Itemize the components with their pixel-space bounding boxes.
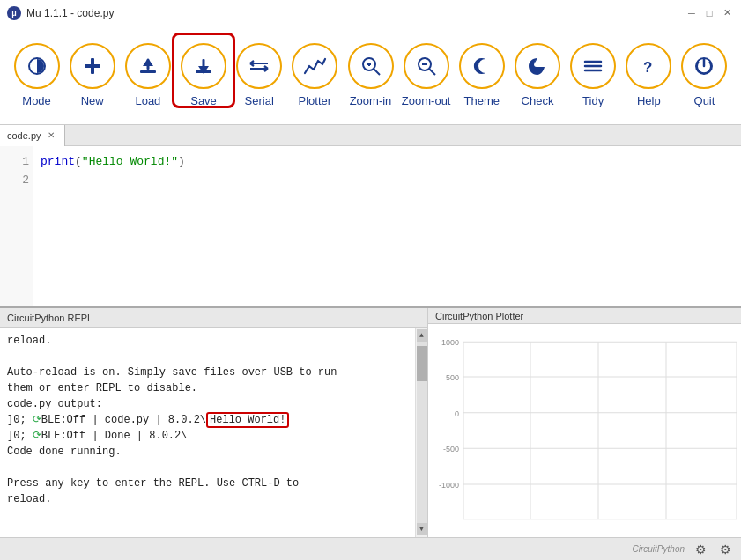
- quit-icon: [681, 43, 727, 89]
- svg-text:-500: -500: [443, 445, 459, 453]
- theme-button[interactable]: Theme: [456, 36, 508, 115]
- settings-icon[interactable]: ⚙: [716, 541, 734, 558]
- maximize-button[interactable]: □: [702, 6, 716, 20]
- help-label: Help: [637, 94, 661, 107]
- tab-label: code.py: [7, 130, 41, 141]
- bottom-panels: CircuitPython REPL reload. Auto-reload i…: [0, 308, 741, 537]
- window-title: Mu 1.1.1 - code.py: [26, 7, 685, 19]
- status-bar: CircuitPython ⚙ ⚙: [0, 537, 741, 560]
- zoom-in-icon: [348, 43, 394, 89]
- new-label: New: [81, 94, 104, 107]
- tab-bar: code.py ✕: [0, 125, 741, 146]
- plotter-content: 1000 500 0 -500 -1000: [428, 324, 741, 537]
- repl-line: reload.: [7, 491, 420, 507]
- svg-line-12: [374, 69, 380, 75]
- plotter-chart: 1000 500 0 -500 -1000: [428, 324, 741, 537]
- toolbar: Mode New Load: [0, 26, 741, 125]
- plotter-title: CircuitPython Plotter: [435, 311, 523, 321]
- repl-line: [7, 460, 420, 475]
- editor-area: 1 2 print("Hello World!"): [0, 146, 741, 308]
- repl-content[interactable]: reload. Auto-reload is on. Simply save f…: [0, 328, 427, 537]
- check-label: Check: [522, 94, 554, 107]
- serial-icon: [236, 43, 282, 89]
- zoom-in-button[interactable]: Zoom-in: [345, 36, 396, 115]
- plotter-icon: [292, 43, 337, 89]
- svg-text:-1000: -1000: [439, 481, 459, 490]
- line-number: 2: [4, 172, 29, 190]
- zoom-out-button[interactable]: Zoom-out: [400, 36, 452, 115]
- repl-line: ]0; ⟳BLE:Off | Done | 8.0.2\: [7, 428, 420, 444]
- svg-text:0: 0: [455, 409, 459, 418]
- repl-line: ]0; ⟳BLE:Off | code.py | 8.0.2\Hello Wor…: [7, 412, 420, 428]
- scroll-up-button[interactable]: ▲: [417, 329, 427, 342]
- check-button[interactable]: Check: [511, 36, 563, 115]
- zoom-in-label: Zoom-in: [350, 94, 392, 107]
- close-button[interactable]: ✕: [720, 6, 734, 20]
- tidy-icon: [570, 43, 616, 89]
- editor-content[interactable]: print("Hello World!"): [33, 146, 741, 306]
- svg-text:500: 500: [446, 373, 459, 382]
- zoom-out-label: Zoom-out: [402, 94, 451, 107]
- repl-line: Code done running.: [7, 444, 420, 460]
- repl-scrollbar[interactable]: ▲ ▼: [415, 328, 427, 537]
- line-numbers: 1 2: [0, 146, 33, 306]
- svg-marker-5: [143, 58, 153, 66]
- tab-code-py[interactable]: code.py ✕: [0, 125, 65, 146]
- plotter-button[interactable]: Plotter: [289, 36, 341, 115]
- tab-close-button[interactable]: ✕: [45, 129, 57, 142]
- repl-line: them or enter REPL to disable.: [7, 380, 420, 396]
- theme-icon: [459, 43, 505, 89]
- tidy-button[interactable]: Tidy: [567, 36, 619, 115]
- quit-label: Quit: [694, 94, 715, 107]
- plotter-header: CircuitPython Plotter: [428, 308, 741, 324]
- svg-line-15: [429, 69, 435, 75]
- gear-icon[interactable]: ⚙: [692, 541, 709, 558]
- line-number: 1: [4, 153, 29, 172]
- new-button[interactable]: New: [66, 36, 118, 115]
- tidy-label: Tidy: [582, 94, 604, 107]
- quit-button[interactable]: Quit: [678, 36, 730, 115]
- load-button[interactable]: Load: [122, 36, 174, 115]
- svg-text:1000: 1000: [441, 338, 459, 347]
- mode-label: Mode: [22, 94, 51, 107]
- repl-line: Press any key to enter the REPL. Use CTR…: [7, 475, 420, 491]
- brand-label: CircuitPython: [633, 544, 685, 554]
- svg-rect-3: [140, 70, 156, 73]
- theme-label: Theme: [464, 94, 500, 107]
- save-icon: [181, 43, 226, 89]
- mode-button[interactable]: Mode: [11, 36, 63, 115]
- svg-rect-2: [85, 64, 100, 68]
- zoom-out-icon: [404, 43, 449, 89]
- help-icon: ?: [626, 43, 671, 89]
- serial-label: Serial: [245, 94, 274, 107]
- check-icon: [515, 43, 560, 89]
- mode-icon: [14, 43, 60, 89]
- scroll-down-button[interactable]: ▼: [417, 523, 427, 535]
- repl-panel: CircuitPython REPL reload. Auto-reload i…: [0, 308, 428, 537]
- repl-line: reload.: [7, 333, 420, 349]
- save-label: Save: [190, 94, 217, 107]
- title-bar: μ Mu 1.1.1 - code.py ─ □ ✕: [0, 0, 741, 26]
- save-button[interactable]: Save: [177, 36, 229, 115]
- repl-line: [7, 349, 420, 365]
- scroll-thumb: [417, 346, 427, 381]
- repl-line: Auto-reload is on. Simply save files ove…: [7, 365, 420, 380]
- new-icon: [70, 43, 115, 89]
- repl-title: CircuitPython REPL: [7, 313, 93, 323]
- svg-text:?: ?: [643, 59, 652, 76]
- window-controls: ─ □ ✕: [685, 6, 734, 20]
- load-label: Load: [135, 94, 160, 107]
- minimize-button[interactable]: ─: [685, 6, 699, 20]
- app-logo: μ: [7, 6, 21, 20]
- plotter-label: Plotter: [299, 94, 332, 107]
- repl-header: CircuitPython REPL: [0, 308, 427, 328]
- load-icon: [125, 43, 171, 89]
- help-button[interactable]: ? Help: [623, 36, 675, 115]
- repl-line: code.py output:: [7, 396, 420, 412]
- plotter-panel: CircuitPython Plotter 1000 500 0: [428, 308, 741, 537]
- serial-button[interactable]: Serial: [233, 36, 285, 115]
